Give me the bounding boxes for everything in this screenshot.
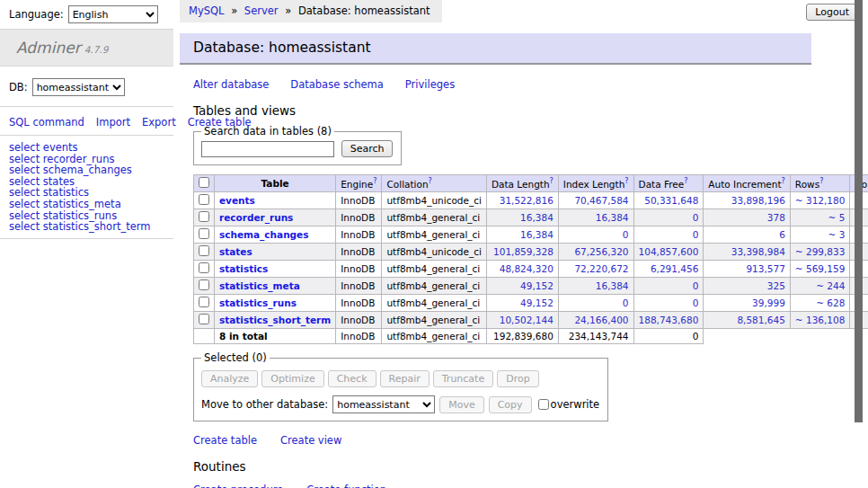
link-create-table[interactable]: Create table bbox=[193, 434, 257, 447]
index-length-link[interactable]: 16,384 bbox=[596, 280, 629, 291]
help-icon[interactable]: ? bbox=[624, 177, 628, 185]
data-length-link[interactable]: 49,152 bbox=[520, 280, 554, 291]
optimize-button[interactable]: Optimize bbox=[261, 370, 323, 387]
auto-increment-link[interactable]: 33,898,196 bbox=[731, 195, 785, 206]
data-free-link[interactable]: 6,291,456 bbox=[651, 263, 698, 274]
data-free-link[interactable]: 0 bbox=[693, 212, 699, 223]
select-all-checkbox[interactable] bbox=[199, 177, 209, 188]
index-length-link[interactable]: 24,166,400 bbox=[574, 315, 628, 325]
data-length-link[interactable]: 31,522,816 bbox=[500, 195, 554, 206]
help-icon[interactable]: ? bbox=[819, 177, 823, 185]
row-checkbox-schema-changes[interactable] bbox=[199, 228, 209, 239]
copy-button[interactable]: Copy bbox=[489, 396, 532, 413]
rows-link[interactable]: ~ 136,108 bbox=[795, 315, 846, 325]
adminer-logo: Adminer4.7.9 bbox=[0, 30, 173, 67]
rows-link[interactable]: ~ 299,833 bbox=[795, 246, 846, 257]
column-header-rows: Rows? bbox=[790, 175, 850, 192]
index-length-link[interactable]: 72,220,672 bbox=[574, 263, 628, 274]
move-button[interactable]: Move bbox=[439, 396, 484, 413]
table-link-schema-changes[interactable]: schema_changes bbox=[219, 229, 309, 240]
index-length-link[interactable]: 16,384 bbox=[596, 212, 629, 223]
analyze-button[interactable]: Analyze bbox=[201, 370, 258, 387]
link-create-procedure[interactable]: Create procedure bbox=[193, 484, 283, 488]
data-free-link[interactable]: 104,857,600 bbox=[639, 246, 699, 257]
auto-increment-link[interactable]: 8,581,645 bbox=[737, 315, 784, 325]
data-free-link[interactable]: 188,743,680 bbox=[639, 315, 699, 325]
row-checkbox-events[interactable] bbox=[199, 194, 209, 205]
table-link-states[interactable]: states bbox=[219, 246, 252, 257]
language-select[interactable]: English bbox=[68, 5, 158, 23]
auto-increment-cell: 325 bbox=[704, 278, 791, 295]
auto-increment-link[interactable]: 378 bbox=[767, 212, 785, 223]
data-free-link[interactable]: 0 bbox=[693, 297, 699, 308]
logout-button[interactable]: Logout bbox=[806, 4, 858, 21]
move-db-select[interactable]: homeassistant bbox=[332, 395, 435, 413]
sidebar-action-sql-command[interactable]: SQL command bbox=[9, 116, 84, 129]
row-checkbox-statistics[interactable] bbox=[199, 262, 209, 273]
index-length-link[interactable]: 67,256,320 bbox=[574, 246, 628, 257]
data-length-link[interactable]: 101,859,328 bbox=[493, 246, 554, 257]
column-header-data-length: Data Length? bbox=[486, 175, 558, 192]
index-length-link[interactable]: 70,467,584 bbox=[574, 195, 628, 206]
sidebar-action-import[interactable]: Import bbox=[96, 116, 130, 129]
rows-link[interactable]: ~ 312,180 bbox=[795, 195, 846, 206]
data-free-link[interactable]: 0 bbox=[693, 229, 699, 240]
rows-link[interactable]: ~ 628 bbox=[816, 297, 845, 308]
auto-increment-link[interactable]: 913,577 bbox=[746, 263, 784, 274]
row-checkbox-statistics-short-term[interactable] bbox=[199, 314, 209, 324]
auto-increment-link[interactable]: 325 bbox=[767, 280, 785, 291]
search-input[interactable] bbox=[201, 141, 334, 157]
repair-button[interactable]: Repair bbox=[380, 370, 430, 387]
check-button[interactable]: Check bbox=[328, 370, 376, 387]
auto-increment-link[interactable]: 6 bbox=[779, 229, 785, 240]
help-icon[interactable]: ? bbox=[684, 177, 687, 185]
link-alter-database[interactable]: Alter database bbox=[193, 78, 269, 91]
link-privileges[interactable]: Privileges bbox=[405, 78, 455, 91]
row-checkbox-states[interactable] bbox=[199, 245, 209, 256]
data-length-link[interactable]: 16,384 bbox=[520, 212, 554, 223]
row-checkbox-recorder-runs[interactable] bbox=[199, 211, 209, 222]
sidebar-action-export[interactable]: Export bbox=[142, 116, 176, 129]
help-icon[interactable]: ? bbox=[782, 177, 785, 185]
help-icon[interactable]: ? bbox=[550, 177, 554, 185]
truncate-button[interactable]: Truncate bbox=[433, 370, 493, 387]
rows-link[interactable]: ~ 244 bbox=[816, 280, 845, 291]
search-button[interactable]: Search bbox=[341, 140, 394, 157]
link-database-schema[interactable]: Database schema bbox=[290, 78, 383, 91]
overwrite-checkbox[interactable] bbox=[538, 399, 549, 410]
db-select[interactable]: homeassistant bbox=[32, 78, 125, 96]
scrollbar-thumb[interactable] bbox=[855, 0, 863, 422]
table-link-statistics-meta[interactable]: statistics_meta bbox=[219, 280, 300, 291]
auto-increment-link[interactable]: 33,398,984 bbox=[731, 246, 785, 257]
row-checkbox-statistics-runs[interactable] bbox=[199, 297, 209, 307]
data-length-link[interactable]: 10,502,144 bbox=[500, 315, 554, 325]
rows-link[interactable]: ~ 5 bbox=[828, 212, 846, 223]
index-length-cell: 72,220,672 bbox=[558, 261, 633, 278]
link-create-view[interactable]: Create view bbox=[280, 434, 341, 447]
data-length-link[interactable]: 16,384 bbox=[520, 229, 554, 240]
sidebar-select-statistics-short-term[interactable]: select bbox=[9, 220, 40, 233]
overwrite-label: overwrite bbox=[551, 398, 600, 411]
data-free-link[interactable]: 50,331,648 bbox=[644, 195, 698, 206]
table-link-statistics-short-term[interactable]: statistics_short_term bbox=[219, 315, 331, 325]
table-link-recorder-runs[interactable]: recorder_runs bbox=[219, 212, 293, 223]
data-free-link[interactable]: 0 bbox=[693, 280, 699, 291]
help-icon[interactable]: ? bbox=[373, 177, 376, 185]
table-link-statistics-runs[interactable]: statistics_runs bbox=[219, 297, 297, 308]
auto-increment-link[interactable]: 39,999 bbox=[752, 297, 785, 308]
index-length-link[interactable]: 0 bbox=[623, 229, 629, 240]
rows-link[interactable]: ~ 569,159 bbox=[795, 263, 846, 274]
table-link-events[interactable]: events bbox=[219, 195, 255, 206]
sidebar-table-statistics-short-term[interactable]: statistics_short_term bbox=[43, 220, 151, 233]
table-link-statistics[interactable]: statistics bbox=[219, 263, 268, 274]
data-length-link[interactable]: 49,152 bbox=[520, 297, 554, 308]
link-create-function[interactable]: Create function bbox=[306, 484, 386, 488]
rows-link[interactable]: ~ 3 bbox=[828, 229, 846, 240]
breadcrumb-mysql[interactable]: MySQL bbox=[189, 4, 225, 17]
row-checkbox-statistics-meta[interactable] bbox=[199, 279, 209, 290]
help-icon[interactable]: ? bbox=[429, 177, 432, 185]
data-length-link[interactable]: 48,824,320 bbox=[500, 263, 554, 274]
drop-button[interactable]: Drop bbox=[497, 370, 538, 387]
breadcrumb-server[interactable]: Server bbox=[244, 4, 279, 17]
index-length-link[interactable]: 0 bbox=[623, 297, 629, 308]
